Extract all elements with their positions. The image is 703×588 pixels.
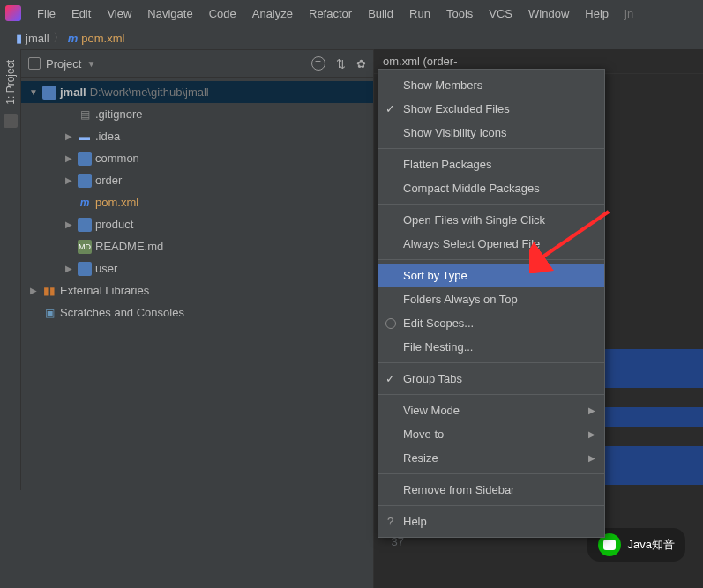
tree-item[interactable]: ▶order (21, 169, 373, 191)
menubar: File Edit View Navigate Code Analyze Ref… (0, 0, 703, 26)
app-icon (5, 5, 21, 21)
select-opened-file-icon[interactable] (311, 56, 325, 71)
tree-item[interactable]: ▶product (21, 213, 373, 235)
chevron-down-icon[interactable]: ▼ (28, 87, 39, 97)
menu-item-label: View Mode (403, 404, 460, 417)
tree-item-label: .gitignore (95, 108, 142, 121)
menu-separator (378, 505, 604, 506)
sidebar-title[interactable]: Project (46, 57, 81, 71)
tree-item-label: pom.xml (95, 196, 138, 209)
menu-item-label: Compact Middle Packages (403, 182, 540, 195)
tree-label: Scratches and Consoles (60, 306, 184, 319)
menu-window[interactable]: Window (521, 4, 576, 24)
menu-item-label: Resize (403, 451, 438, 465)
menu-separator (378, 259, 604, 260)
settings-gear-icon[interactable]: ✿ (356, 57, 366, 71)
check-icon: ✓ (385, 372, 395, 385)
chevron-icon[interactable]: ▶ (64, 153, 74, 163)
menu-item-label: Show Visibility Icons (403, 126, 507, 139)
menu-separator (378, 362, 604, 363)
menu-build[interactable]: Build (361, 4, 400, 24)
menu-vcs[interactable]: VCS (482, 4, 520, 24)
menu-navigate[interactable]: Navigate (140, 4, 199, 24)
menu-item[interactable]: Edit Scopes... (378, 311, 604, 335)
menu-help[interactable]: Help (578, 4, 616, 24)
menu-item-label: Help (403, 515, 427, 528)
menu-item[interactable]: File Nesting... (378, 335, 604, 359)
tree-item[interactable]: ▶user (21, 257, 373, 279)
menu-edit[interactable]: Edit (64, 4, 98, 24)
chevron-right-icon: ▶ (588, 453, 595, 463)
scope-selector-icon[interactable] (28, 57, 41, 70)
breadcrumb-project[interactable]: jmall (26, 32, 49, 45)
menu-file[interactable]: File (30, 4, 63, 24)
tool-project-tab[interactable]: 1: Project (4, 55, 17, 110)
menu-item[interactable]: View Mode▶ (378, 398, 604, 422)
menu-item[interactable]: Move to▶ (378, 422, 604, 446)
project-sidebar: Project ▼ ⇅ ✿ ▼ jmall D:\work\me\github\… (21, 49, 374, 588)
menu-item-label: Always Select Opened File (403, 237, 540, 250)
menu-item[interactable]: Resize▶ (378, 446, 604, 470)
menu-item[interactable]: ✓Show Excluded Files (378, 97, 604, 121)
menu-item-label: Group Tabs (403, 372, 462, 385)
watermark-text: Java知音 (628, 537, 675, 553)
breadcrumb-file[interactable]: pom.xml (81, 32, 124, 45)
expand-all-icon[interactable]: ⇅ (336, 57, 346, 71)
menu-refactor[interactable]: Refactor (302, 4, 359, 24)
maven-icon: m (68, 32, 79, 45)
chevron-icon[interactable]: ▶ (64, 220, 74, 229)
menu-item[interactable]: Show Visibility Icons (378, 121, 604, 145)
chevron-right-icon: ▶ (588, 406, 595, 415)
tool-structure-icon[interactable] (4, 114, 18, 128)
module-icon (42, 86, 56, 100)
chevron-down-icon[interactable]: ▼ (86, 59, 95, 69)
menu-item[interactable]: Compact Middle Packages (378, 176, 604, 200)
breadcrumb: ▮ jmall 〉 m pom.xml (0, 26, 703, 49)
tree-item-label: order (95, 174, 122, 187)
menu-overflow: jn (617, 4, 640, 24)
tree-item-label: README.md (95, 240, 163, 253)
tree-item[interactable]: ▤.gitignore (21, 103, 373, 125)
tree-external-libraries[interactable]: ▶ ▮▮ External Libraries (21, 279, 373, 301)
folder-icon: ▬ (78, 130, 92, 144)
markdown-icon: MD (78, 240, 92, 254)
menu-code[interactable]: Code (202, 4, 243, 24)
tree-root[interactable]: ▼ jmall D:\work\me\github\jmall (21, 81, 373, 103)
tree-label: External Libraries (60, 284, 149, 297)
project-tree: ▼ jmall D:\work\me\github\jmall ▤.gitign… (21, 78, 373, 327)
maven-icon: m (78, 196, 92, 210)
menu-item[interactable]: Sort by Type (378, 264, 604, 287)
module-icon (78, 262, 92, 276)
menu-item[interactable]: Open Files with Single Click (378, 208, 604, 232)
menu-view[interactable]: View (100, 4, 138, 24)
help-icon: ? (387, 515, 393, 528)
menu-item[interactable]: Show Members (378, 73, 604, 97)
chevron-icon[interactable]: ▶ (64, 131, 74, 141)
tree-item[interactable]: ▶common (21, 147, 373, 169)
menu-item-label: Edit Scopes... (403, 316, 474, 330)
menu-run[interactable]: Run (402, 4, 438, 24)
chevron-icon[interactable]: ▶ (64, 175, 74, 185)
menu-item[interactable]: Flatten Packages (378, 153, 604, 176)
chevron-icon[interactable]: ▶ (64, 264, 74, 273)
context-menu: Show Members✓Show Excluded FilesShow Vis… (378, 69, 605, 538)
menu-item[interactable]: Folders Always on Top (378, 287, 604, 311)
tree-item-label: product (95, 218, 133, 231)
tree-item[interactable]: mpom.xml (21, 191, 373, 213)
menu-item[interactable]: ✓Group Tabs (378, 367, 604, 391)
tree-item[interactable]: MDREADME.md (21, 235, 373, 257)
tree-scratches[interactable]: ▣ Scratches and Consoles (21, 301, 373, 324)
breadcrumb-sep: 〉 (53, 30, 64, 46)
module-icon (78, 174, 92, 188)
menu-item[interactable]: Always Select Opened File (378, 232, 604, 256)
menu-item[interactable]: ?Help (378, 510, 604, 533)
menu-item-label: Move to (403, 428, 444, 441)
menu-item-label: Remove from Sidebar (403, 483, 514, 496)
tree-item[interactable]: ▶▬.idea (21, 125, 373, 147)
tool-strip: 1: Project (0, 49, 21, 490)
menu-item[interactable]: Remove from Sidebar (378, 478, 604, 502)
menu-tools[interactable]: Tools (439, 4, 480, 24)
chevron-right-icon[interactable]: ▶ (28, 286, 39, 295)
menu-analyze[interactable]: Analyze (245, 4, 300, 24)
radio-icon (385, 318, 396, 329)
